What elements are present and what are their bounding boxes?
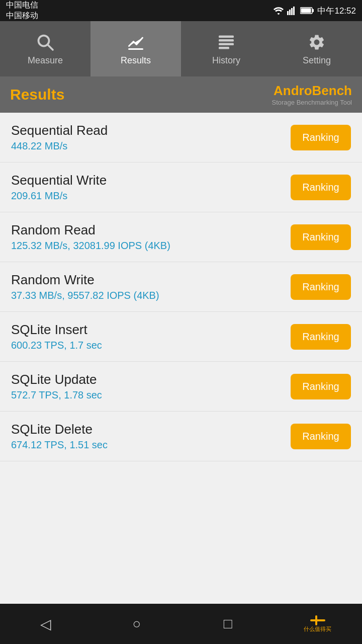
status-right: 中午12:52 (273, 5, 356, 17)
bench-row-random-read: Random Read 125.32 MB/s, 32081.99 IOPS (… (0, 212, 362, 262)
bench-row-random-write: Random Write 37.33 MB/s, 9557.82 IOPS (4… (0, 262, 362, 312)
svg-rect-13 (219, 47, 229, 49)
bench-info-random-read: Random Read 125.32 MB/s, 32081.99 IOPS (… (11, 222, 291, 252)
results-header: Results AndroBench Storage Benchmarking … (0, 76, 362, 113)
ranking-btn-sqlite-insert[interactable]: Ranking (291, 324, 351, 350)
bottom-nav: ◁ ○ □ 什么值得买 (0, 604, 362, 644)
ranking-btn-sequential-write[interactable]: Ranking (291, 175, 351, 200)
bench-row-sqlite-insert: SQLite Insert 600.23 TPS, 1.7 sec Rankin… (0, 312, 362, 362)
ranking-btn-random-read[interactable]: Ranking (291, 224, 351, 250)
bench-value-sequential-read: 448.22 MB/s (11, 140, 291, 152)
svg-rect-11 (219, 39, 234, 42)
ranking-btn-random-write[interactable]: Ranking (291, 274, 351, 300)
bench-info-sequential-write: Sequential Write 209.61 MB/s (11, 173, 291, 202)
bench-row-sqlite-delete: SQLite Delete 674.12 TPS, 1.51 sec Ranki… (0, 412, 362, 461)
bench-value-sequential-write: 209.61 MB/s (11, 190, 291, 202)
back-button[interactable]: ◁ (31, 609, 61, 639)
setting-icon (307, 32, 327, 52)
bench-name-random-read: Random Read (11, 222, 291, 238)
bench-value-random-read: 125.32 MB/s, 32081.99 IOPS (4KB) (11, 240, 291, 252)
carrier-info: 中国电信 中国移动 (6, 0, 38, 21)
svg-rect-0 (287, 11, 289, 15)
tab-history[interactable]: History (181, 21, 272, 76)
watermark: 什么值得买 (304, 615, 331, 633)
svg-rect-1 (289, 10, 291, 15)
measure-icon (35, 32, 55, 52)
svg-rect-12 (219, 43, 234, 45)
bench-name-sqlite-delete: SQLite Delete (11, 422, 291, 437)
tab-setting[interactable]: Setting (272, 21, 362, 76)
svg-rect-14 (310, 619, 325, 621)
bench-value-random-write: 37.33 MB/s, 9557.82 IOPS (4KB) (11, 290, 291, 301)
ranking-btn-sqlite-delete[interactable]: Ranking (291, 424, 351, 449)
results-title: Results (10, 86, 64, 103)
svg-line-8 (48, 44, 53, 50)
bench-info-sqlite-insert: SQLite Insert 600.23 TPS, 1.7 sec (11, 322, 291, 351)
bench-row-sequential-read: Sequential Read 448.22 MB/s Ranking (0, 113, 362, 163)
bench-row-sqlite-update: SQLite Update 572.7 TPS, 1.78 sec Rankin… (0, 362, 362, 412)
battery-icon (300, 7, 314, 15)
bench-name-random-write: Random Write (11, 272, 291, 288)
svg-rect-5 (312, 9, 314, 12)
bench-row-sequential-write: Sequential Write 209.61 MB/s Ranking (0, 163, 362, 212)
bench-name-sqlite-update: SQLite Update (11, 372, 291, 387)
bench-value-sqlite-insert: 600.23 TPS, 1.7 sec (11, 340, 291, 351)
bench-name-sequential-write: Sequential Write (11, 173, 291, 188)
home-button[interactable]: ○ (122, 609, 152, 639)
bench-info-random-write: Random Write 37.33 MB/s, 9557.82 IOPS (4… (11, 272, 291, 301)
watermark-icon (310, 615, 325, 625)
tab-bar: Measure Results History Se (0, 21, 362, 76)
bench-name-sqlite-insert: SQLite Insert (11, 322, 291, 338)
svg-rect-2 (291, 8, 293, 15)
svg-rect-15 (315, 615, 317, 625)
svg-rect-6 (301, 9, 311, 13)
benchmark-list: Sequential Read 448.22 MB/s Ranking Sequ… (0, 113, 362, 604)
ranking-btn-sqlite-update[interactable]: Ranking (291, 374, 351, 399)
bench-value-sqlite-delete: 674.12 TPS, 1.51 sec (11, 439, 291, 451)
bench-info-sqlite-delete: SQLite Delete 674.12 TPS, 1.51 sec (11, 422, 291, 451)
brand-sub: Storage Benchmarking Tool (272, 99, 352, 106)
bench-value-sqlite-update: 572.7 TPS, 1.78 sec (11, 389, 291, 401)
recent-button[interactable]: □ (213, 609, 243, 639)
results-icon (126, 32, 146, 52)
brand-logo: AndroBench Storage Benchmarking Tool (272, 83, 352, 106)
signal-icon (287, 6, 297, 15)
time: 中午12:52 (317, 5, 356, 17)
brand-name: AndroBench (274, 83, 352, 99)
ranking-btn-sequential-read[interactable]: Ranking (291, 125, 351, 150)
svg-rect-3 (293, 7, 295, 15)
bench-name-sequential-read: Sequential Read (11, 123, 291, 138)
status-bar: 中国电信 中国移动 中午12:52 (0, 0, 362, 21)
wifi-icon (273, 6, 284, 15)
tab-measure[interactable]: Measure (0, 21, 90, 76)
history-icon (216, 32, 236, 52)
tab-results[interactable]: Results (90, 21, 181, 76)
bench-info-sqlite-update: SQLite Update 572.7 TPS, 1.78 sec (11, 372, 291, 401)
svg-rect-10 (219, 35, 234, 38)
bench-info-sequential-read: Sequential Read 448.22 MB/s (11, 123, 291, 152)
